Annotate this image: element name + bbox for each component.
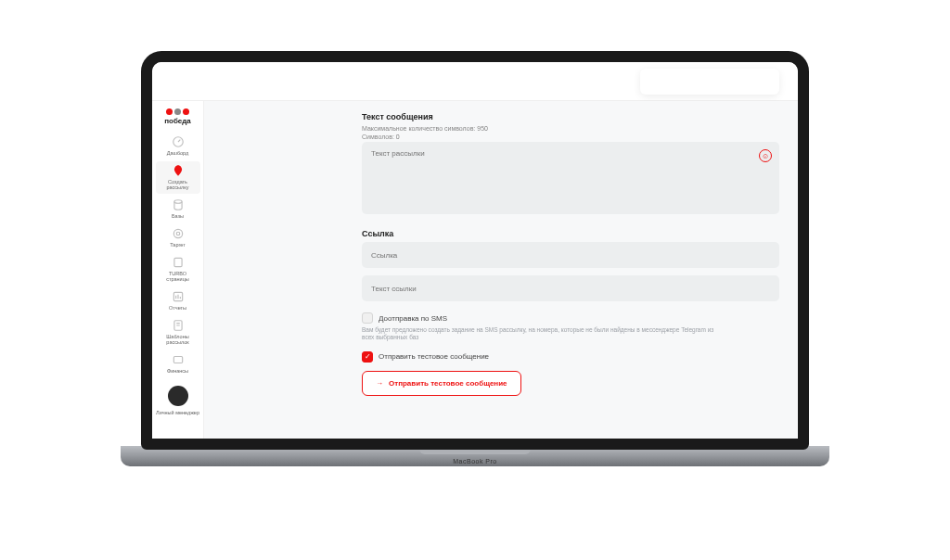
sidebar-label: Создать рассылку xyxy=(158,179,199,190)
logo: победа xyxy=(164,108,191,125)
main-content: Текст сообщения Максимальное количество … xyxy=(204,101,798,439)
database-icon xyxy=(172,198,185,211)
arrow-right-icon: → xyxy=(376,379,383,388)
sidebar-item-dashboard[interactable]: Дашборд xyxy=(156,133,200,159)
sidebar-label: Дашборд xyxy=(158,150,199,156)
sidebar-label: Таргет xyxy=(158,242,199,248)
checkbox-icon[interactable] xyxy=(362,312,373,324)
link-url-input[interactable] xyxy=(362,242,779,268)
topbar-card xyxy=(640,69,779,95)
pages-icon xyxy=(172,256,185,269)
svg-point-2 xyxy=(173,230,182,238)
max-chars-hint: Максимальное количество символов: 950 xyxy=(362,125,779,132)
laptop-mockup: победа Дашборд Создать рассылку Базы xyxy=(121,51,829,510)
svg-rect-7 xyxy=(173,357,182,363)
sidebar-item-turbo-pages[interactable]: TURBO страницы xyxy=(156,253,200,286)
send-test-button[interactable]: → Отправить тестовое сообщение xyxy=(362,371,521,396)
link-title: Ссылка xyxy=(362,229,779,238)
target-icon xyxy=(172,227,185,240)
char-count-hint: Символов: 0 xyxy=(362,134,779,140)
sidebar: победа Дашборд Создать рассылку Базы xyxy=(152,101,204,439)
sidebar-label: Базы xyxy=(158,213,199,219)
sidebar-label: Отчеты xyxy=(158,305,199,311)
test-send-row[interactable]: ✓ Отправить тестовое сообщение xyxy=(362,351,779,363)
screen-bezel: победа Дашборд Создать рассылку Базы xyxy=(141,51,809,450)
sms-followup-description: Вам будет предложено создать задание на … xyxy=(362,326,714,342)
brand-text: победа xyxy=(164,117,191,125)
laptop-model-label: MacBook Pro xyxy=(121,454,829,465)
message-textarea[interactable] xyxy=(362,142,779,214)
sidebar-item-bases[interactable]: Базы xyxy=(156,196,200,223)
app-screen: победа Дашборд Создать рассылку Базы xyxy=(152,62,798,439)
sidebar-label: TURBO страницы xyxy=(158,271,199,282)
dashboard-icon xyxy=(172,135,185,148)
sidebar-item-finance[interactable]: Финансы xyxy=(156,350,200,377)
avatar[interactable] xyxy=(168,386,188,406)
svg-rect-4 xyxy=(173,259,181,267)
emoji-icon[interactable]: ☺ xyxy=(759,149,772,162)
message-title: Текст сообщения xyxy=(362,112,779,121)
send-test-button-label: Отправить тестовое сообщение xyxy=(389,379,507,388)
sms-followup-row[interactable]: Доотправка по SMS xyxy=(362,312,779,324)
svg-point-1 xyxy=(173,200,181,204)
manager-label: Личный менеджер xyxy=(156,410,199,415)
sms-followup-label: Доотправка по SMS xyxy=(379,314,447,323)
sidebar-item-reports[interactable]: Отчеты xyxy=(156,287,200,314)
topbar xyxy=(152,62,798,101)
sidebar-label: Финансы xyxy=(158,368,199,374)
link-text-input[interactable] xyxy=(362,275,779,301)
templates-icon xyxy=(172,319,185,332)
sidebar-item-templates[interactable]: Шаблоны рассылок xyxy=(156,316,200,349)
sidebar-item-create-campaign[interactable]: Создать рассылку xyxy=(156,161,200,194)
sidebar-item-target[interactable]: Таргет xyxy=(156,224,200,251)
checkbox-checked-icon[interactable]: ✓ xyxy=(362,351,373,363)
sidebar-label: Шаблоны рассылок xyxy=(158,334,199,345)
finance-icon xyxy=(172,353,185,366)
svg-point-3 xyxy=(176,232,180,235)
create-icon xyxy=(172,164,185,177)
test-send-label: Отправить тестовое сообщение xyxy=(379,352,489,361)
reports-icon xyxy=(172,290,185,303)
